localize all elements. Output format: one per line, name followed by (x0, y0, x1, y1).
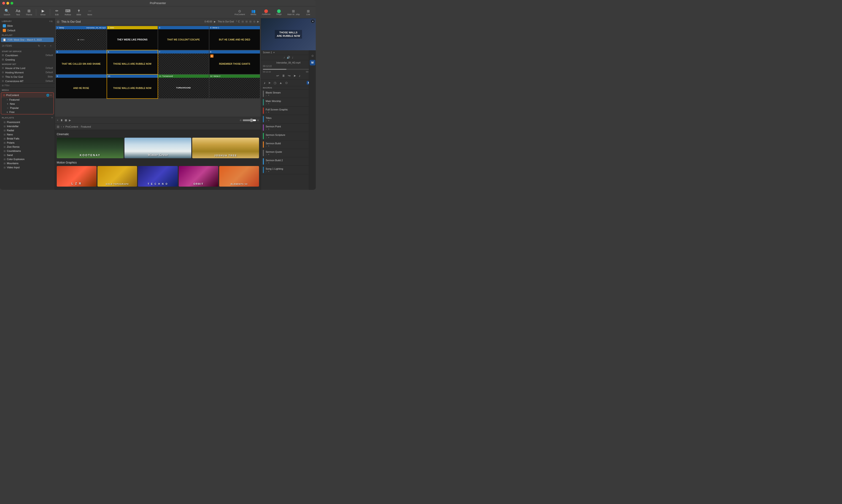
macros-tab-send[interactable]: ▲ (278, 80, 283, 85)
toolbar-bible[interactable]: ✝ Bible (74, 8, 84, 17)
toolbar-live[interactable]: ⊞ Live (302, 8, 314, 16)
slide-10[interactable]: 10 THOSE WALLS ARE RUBBLE NOW (107, 75, 158, 98)
toolbar-reflow[interactable]: ⌨ Reflow (63, 8, 73, 17)
playback-vol-icon[interactable]: ♪ (283, 56, 285, 59)
toolbar-audience[interactable]: Audience (260, 8, 272, 16)
slide-2[interactable]: 2 Intro THEY WERE LIKE PRISONS (107, 26, 158, 50)
procontent-popular[interactable]: ☆ Popular (1, 106, 54, 110)
pause-btn[interactable]: ⏸ (60, 119, 63, 122)
toolbar-stage[interactable]: Stage (273, 8, 285, 16)
thumb-kootenay[interactable]: KOOTENAY (57, 138, 124, 158)
slide-12[interactable]: 12 Verse 2 (209, 75, 260, 98)
service-item-this-is-our-god[interactable]: ⊙ This Is Our God Bible (0, 75, 55, 79)
playlist-interstellar[interactable]: ⊟ Interstellar (0, 124, 55, 128)
playlist-mountains[interactable]: ⊟ Mountains (0, 161, 55, 165)
macros-tab-wifi[interactable]: ⊙ (284, 80, 289, 85)
playlist-countdowns[interactable]: ⊟ Countdowns (0, 149, 55, 153)
items-add-btn[interactable]: + (49, 44, 53, 48)
procontent-featured[interactable]: + Featured (1, 98, 54, 102)
transport-back-btn[interactable]: ↩ (276, 74, 279, 77)
maximize-button[interactable] (11, 2, 13, 4)
pres-icon-4[interactable]: ⊙ (253, 20, 255, 23)
pres-icon-5[interactable]: ▶ (257, 20, 259, 23)
macro-main-worship[interactable]: Main Worship ♪ ✦ (261, 98, 316, 107)
minimize-button[interactable] (6, 2, 9, 4)
breadcrumb-item-1[interactable]: ProContent (66, 125, 78, 128)
rp-m-tab[interactable]: M (310, 60, 315, 66)
nav-back-btn[interactable]: ‹ (61, 125, 62, 128)
library-add-btn[interactable]: + (49, 20, 51, 23)
thumb-lzr[interactable]: L Z R (57, 166, 97, 186)
toolbar-text[interactable]: Aa Text (13, 8, 23, 17)
slide-6[interactable]: 6 THOSE WALLS ARE RUBBLE NOW (107, 50, 158, 74)
macro-titles[interactable]: Titles ♪ ✦ (261, 115, 316, 124)
items-refresh-btn[interactable]: ↻ (37, 44, 41, 48)
add-slide-btn[interactable]: + (57, 119, 58, 122)
sidebar-item-bible[interactable]: Bible (1, 23, 54, 28)
procontent-new[interactable]: ✦ New (1, 102, 54, 106)
thumb-orbit[interactable]: ORBIT (179, 166, 218, 186)
slide-9[interactable]: 9 AND HE ROSE (56, 75, 107, 98)
thumb-techno[interactable]: T E C H N O (138, 166, 178, 186)
playlist-radial[interactable]: ⊟ Radial (0, 128, 55, 132)
transport-arrow-btn[interactable]: ➤ (293, 74, 296, 77)
toolbar-media[interactable]: 👥 Media (248, 8, 259, 16)
play-btn[interactable]: ▶ (69, 119, 71, 122)
playlist-zion-remix[interactable]: ⊟ Zion Remix (0, 145, 55, 149)
procontent-header[interactable]: ⊙ ProContent 🌐 + (1, 93, 54, 98)
screen-dropdown[interactable]: ▼ (273, 51, 275, 54)
macro-song-1-lighting[interactable]: Song 1 Lighting ♪ ✦ (261, 166, 316, 174)
transport-progress-bar[interactable] (263, 69, 314, 70)
toolbar-edit[interactable]: ✏ Edit (52, 8, 62, 17)
slide-11[interactable]: 11 Turnaround Turnaround (158, 75, 209, 98)
macro-sermon-scripture[interactable]: Sermon Scripture ♪ ✦ (261, 132, 316, 140)
nav-grid-icon[interactable]: ⊞ (57, 125, 59, 128)
service-item-greeting[interactable]: ⊟ Greeting (0, 57, 55, 62)
thumb-joshua-tree[interactable]: JOSHUA TREE (192, 138, 259, 158)
procontent-add-icon[interactable]: + (50, 94, 52, 96)
toolbar-theme[interactable]: ⊞ Theme (24, 8, 34, 17)
service-item-cornerstone[interactable]: ⊙ Cornerstone-MT Default (0, 79, 55, 83)
slide-4[interactable]: 4 Verse 1 BUT HE CAME AND HE DIED (209, 26, 260, 50)
transport-vol-btn[interactable]: ♪ (299, 74, 300, 77)
thumb-elements-v3[interactable]: ELEMENTS V3 (219, 166, 259, 186)
playlist-sand[interactable]: ⊟ Sand (0, 153, 55, 157)
playback-speaker-icon[interactable]: 🔊 (287, 56, 290, 59)
slide-1[interactable]: 1 Vamp Interstellar_08_HD.mp4 ▶ Video (56, 26, 107, 50)
macro-sermon-build-2[interactable]: Sermon Build 2 ♪ ✦ (261, 157, 316, 166)
macro-blank-stream[interactable]: Blank Stream ♪ ✦ (261, 90, 316, 98)
service-item-countdown[interactable]: ⊟ Countdown Default (0, 53, 55, 57)
macro-full-screen[interactable]: Full Screen Graphic ♪ ✦ (261, 107, 316, 115)
thumb-winter-grove[interactable]: Winter Grove (124, 138, 191, 158)
toolbar-main-worship[interactable]: ⊞ Main W...ship (285, 8, 302, 16)
playlist-bridal-falls[interactable]: ⊟ Bridal Falls (0, 137, 55, 141)
service-item-house-lord[interactable]: ⊙ House of the Lord Default (0, 66, 55, 70)
macro-sermon-point[interactable]: Sermon Point ♪ ✦ (261, 124, 316, 132)
playlists-add-btn[interactable]: + (51, 116, 53, 119)
service-item-hosting[interactable]: ⊙ Hosting Moment Default (0, 70, 55, 75)
toolbar-search[interactable]: 🔍 Search (2, 8, 12, 17)
preview-close-btn[interactable]: ✕ (311, 19, 315, 23)
slide-3[interactable]: 3 THAT WE COULDN'T ESCAPE (158, 26, 209, 50)
slide-5[interactable]: 5 THAT WE CALLED SIN AND SHAME (56, 50, 107, 74)
macro-sermon-quote[interactable]: Sermon Quote ♪ ✦ (261, 149, 316, 157)
procontent-globe-icon[interactable]: 🌐 (46, 94, 49, 97)
procontent-free[interactable]: ♥ Free (1, 110, 54, 114)
filter-input[interactable] (4, 84, 53, 87)
rp-wifi-icon[interactable]: ⊙ (310, 53, 315, 58)
playlist-polaris[interactable]: ⊟ Polaris (0, 141, 55, 145)
toolbar-show[interactable]: ▶ Show (38, 8, 48, 17)
playlist-video-input[interactable]: ⊟ Video Input (0, 165, 55, 169)
macros-tab-music[interactable]: ♪ (263, 80, 266, 85)
library-collapse-btn[interactable]: ∧ (51, 20, 53, 23)
toolbar-more[interactable]: ··· More (85, 8, 95, 17)
playback-note-icon[interactable]: ♩ (292, 56, 293, 59)
macro-sermon-build[interactable]: Sermon Build ♪ ✦ (261, 140, 316, 149)
close-button[interactable] (2, 2, 5, 4)
transport-forward-btn[interactable]: ↪ (288, 74, 291, 77)
sidebar-item-default[interactable]: Default (1, 28, 54, 33)
breadcrumb-item-2[interactable]: Featured (81, 125, 91, 128)
macros-tab-nav[interactable]: ➤ (267, 80, 272, 85)
pres-icon-1[interactable]: ⊟ (242, 20, 244, 23)
transport-pause-btn[interactable]: ⏸ (282, 74, 285, 77)
